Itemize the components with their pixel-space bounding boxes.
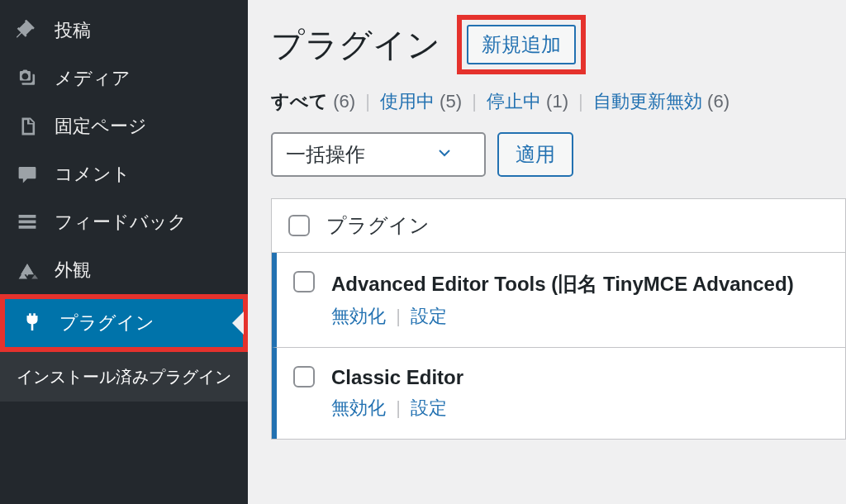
pin-icon xyxy=(15,18,40,43)
plugin-name: Advanced Editor Tools (旧名 TinyMCE Advanc… xyxy=(331,271,794,297)
sidebar-item-feedback[interactable]: フィードバック xyxy=(0,198,248,246)
feedback-icon xyxy=(15,210,40,235)
highlight-plugins: プラグイン xyxy=(0,294,248,352)
bulk-action-select[interactable]: 一括操作 xyxy=(271,132,486,177)
plugin-cell: Advanced Editor Tools (旧名 TinyMCE Advanc… xyxy=(331,271,794,329)
column-header-plugin: プラグイン xyxy=(326,212,430,239)
plugin-cell: Classic Editor 無効化 | 設定 xyxy=(331,366,463,421)
appearance-icon xyxy=(15,258,40,283)
table-head: プラグイン xyxy=(272,199,845,253)
comment-icon xyxy=(15,162,40,187)
sidebar-item-posts[interactable]: 投稿 xyxy=(0,7,248,55)
chevron-down-icon xyxy=(438,146,451,164)
filter-autoupdate-disabled[interactable]: 自動更新無効 (6) xyxy=(593,91,730,112)
sidebar-item-label: 投稿 xyxy=(55,18,91,43)
plugin-actions: 無効化 | 設定 xyxy=(331,396,463,421)
bulk-actions-row: 一括操作 適用 xyxy=(271,132,846,177)
add-new-button[interactable]: 新規追加 xyxy=(467,25,576,64)
page-header: プラグイン 新規追加 xyxy=(271,15,846,74)
sidebar-item-appearance[interactable]: 外観 xyxy=(0,246,248,294)
deactivate-link[interactable]: 無効化 xyxy=(331,306,386,326)
sidebar-item-pages[interactable]: 固定ページ xyxy=(0,102,248,150)
apply-button[interactable]: 適用 xyxy=(497,132,573,177)
settings-link[interactable]: 設定 xyxy=(411,306,447,326)
sidebar-item-media[interactable]: メディア xyxy=(0,55,248,102)
settings-link[interactable]: 設定 xyxy=(411,397,447,418)
highlight-add-new: 新規追加 xyxy=(457,15,586,74)
sidebar-item-comments[interactable]: コメント xyxy=(0,150,248,198)
filter-all[interactable]: すべて (6) xyxy=(271,91,355,112)
deactivate-link[interactable]: 無効化 xyxy=(331,397,386,418)
filter-active[interactable]: 使用中 (5) xyxy=(380,91,462,112)
page-title: プラグイン xyxy=(271,22,440,68)
submenu-label: インストール済みプラグイン xyxy=(17,368,231,386)
plugin-icon xyxy=(20,311,45,335)
sidebar-item-label: コメント xyxy=(55,162,131,187)
filter-links: すべて (6) | 使用中 (5) | 停止中 (1) | 自動更新無効 (6) xyxy=(271,89,846,114)
bulk-select-value: 一括操作 xyxy=(286,141,365,168)
sidebar-item-label: 固定ページ xyxy=(55,114,147,139)
sidebar-item-label: 外観 xyxy=(55,258,91,283)
row-checkbox[interactable] xyxy=(293,271,315,292)
sidebar-item-plugins[interactable]: プラグイン xyxy=(5,299,243,347)
row-checkbox[interactable] xyxy=(293,366,315,388)
table-row: Classic Editor 無効化 | 設定 xyxy=(272,348,845,439)
admin-sidebar: 投稿 メディア 固定ページ コメント フィードバック 外観 xyxy=(0,0,248,504)
plugin-actions: 無効化 | 設定 xyxy=(331,304,794,329)
plugins-table: プラグイン Advanced Editor Tools (旧名 TinyMCE … xyxy=(271,198,846,440)
table-row: Advanced Editor Tools (旧名 TinyMCE Advanc… xyxy=(272,253,845,348)
filter-inactive[interactable]: 停止中 (1) xyxy=(487,91,568,112)
select-all-checkbox[interactable] xyxy=(288,215,310,236)
plugin-name: Classic Editor xyxy=(331,366,463,389)
sidebar-item-label: フィードバック xyxy=(55,210,187,235)
page-icon xyxy=(15,114,40,139)
sidebar-item-label: メディア xyxy=(55,66,131,91)
media-icon xyxy=(15,66,40,91)
sidebar-subitem-installed-plugins[interactable]: インストール済みプラグイン xyxy=(0,352,248,402)
sidebar-item-label: プラグイン xyxy=(59,311,154,335)
main-content: プラグイン 新規追加 すべて (6) | 使用中 (5) | 停止中 (1) |… xyxy=(248,0,846,504)
